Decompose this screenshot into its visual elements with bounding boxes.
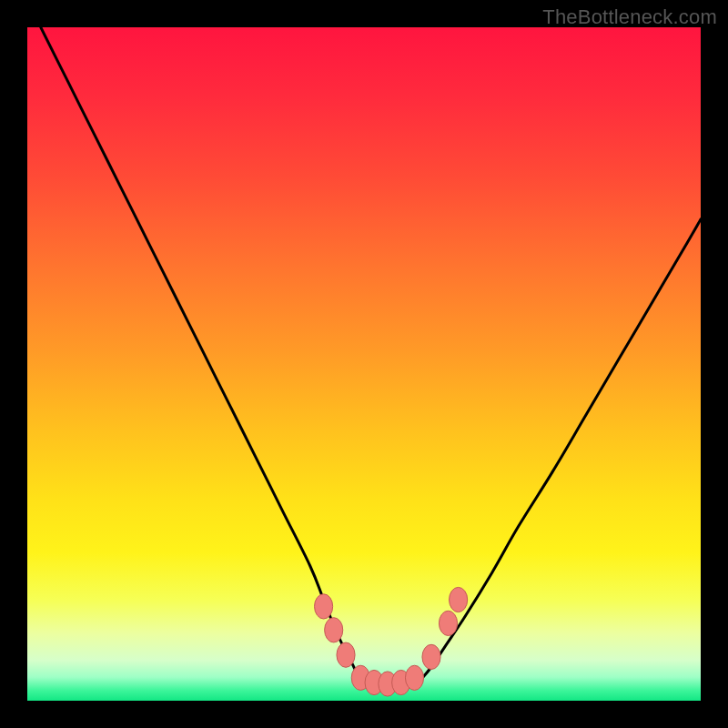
watermark-text: TheBottleneck.com [542,5,717,29]
svg-rect-0 [27,27,701,701]
chart-frame: TheBottleneck.com [0,0,728,728]
background-gradient [27,27,701,701]
plot-area [27,27,701,701]
